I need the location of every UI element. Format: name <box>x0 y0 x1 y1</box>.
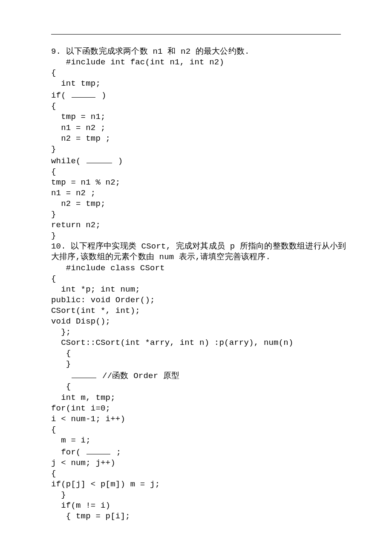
q10-title-b: 大排序,该数组的元素个数由 num 表示,请填空完善该程序. <box>51 252 271 262</box>
q10-number: 10. <box>51 242 66 251</box>
code-line: public: void Order(); <box>51 295 155 305</box>
code-line: if(m != i) <box>51 501 110 510</box>
code-line: { <box>51 382 71 391</box>
code-line: j < num; j++) <box>51 458 115 468</box>
code-line: { <box>51 469 56 478</box>
code-line: } <box>51 490 66 500</box>
top-rule <box>51 34 341 35</box>
fill-blank <box>86 155 112 163</box>
code-line: { <box>51 425 56 434</box>
code-line: n1 = n2 ; <box>51 188 95 198</box>
code-line: #include int fac(int n1, int n2) <box>51 58 224 67</box>
code-line: int tmp; <box>51 79 101 88</box>
code-line: m = i; <box>51 436 91 445</box>
code-line: ) <box>96 91 106 100</box>
q9-title: 以下函数完成求两个数 n1 和 n2 的最大公约数. <box>66 47 250 56</box>
document-body: 9. 以下函数完成求两个数 n1 和 n2 的最大公约数. #include i… <box>51 46 341 522</box>
code-line: //函数 Order 原型 <box>97 371 179 381</box>
code-line: ) <box>113 156 123 166</box>
code-line: int m, tmp; <box>51 393 115 402</box>
document-page: 9. 以下函数完成求两个数 n1 和 n2 的最大公约数. #include i… <box>0 0 392 555</box>
code-line: n2 = tmp ; <box>51 134 110 143</box>
code-line: void Disp(); <box>51 317 110 326</box>
code-line: tmp = n1; <box>51 112 106 121</box>
q10-title-a: 以下程序中实现类 CSort, 完成对其成员 p 所指向的整数数组进行从小到 <box>71 242 346 251</box>
code-line: ; <box>111 448 121 457</box>
code-line: CSort::CSort(int *arry, int n) :p(arry),… <box>51 338 294 347</box>
fill-blank <box>72 89 95 98</box>
fill-blank <box>72 370 96 378</box>
code-line: #include class CSort <box>51 263 165 273</box>
code-line: return n2; <box>51 220 101 230</box>
code-line: for( <box>51 448 86 457</box>
code-line: { <box>51 167 56 176</box>
code-line: while( <box>51 156 86 166</box>
code-line: int *p; int num; <box>51 285 140 294</box>
fill-blank <box>86 446 110 454</box>
code-line: { <box>51 68 56 78</box>
code-line: n2 = tmp; <box>51 199 106 208</box>
code-line: for(int i=0; <box>51 404 110 413</box>
code-line: { tmp = p[i]; <box>51 512 130 521</box>
code-line: } <box>51 145 56 154</box>
code-line: }; <box>51 327 71 337</box>
code-line: } <box>51 359 71 369</box>
code-line: } <box>51 210 56 219</box>
code-line: CSort(int *, int); <box>51 306 140 315</box>
code-line: { <box>51 101 56 111</box>
code-line: } <box>51 231 56 240</box>
code-line: if( <box>51 91 71 100</box>
code-line <box>51 371 71 381</box>
code-line: { <box>51 274 56 283</box>
code-line: i < num-1; i++) <box>51 414 125 424</box>
q9-number: 9. <box>51 47 61 56</box>
code-line: n1 = n2 ; <box>51 123 106 133</box>
code-line: { <box>51 349 71 358</box>
code-line: if(p[j] < p[m]) m = j; <box>51 480 160 489</box>
code-line: tmp = n1 % n2; <box>51 178 120 187</box>
